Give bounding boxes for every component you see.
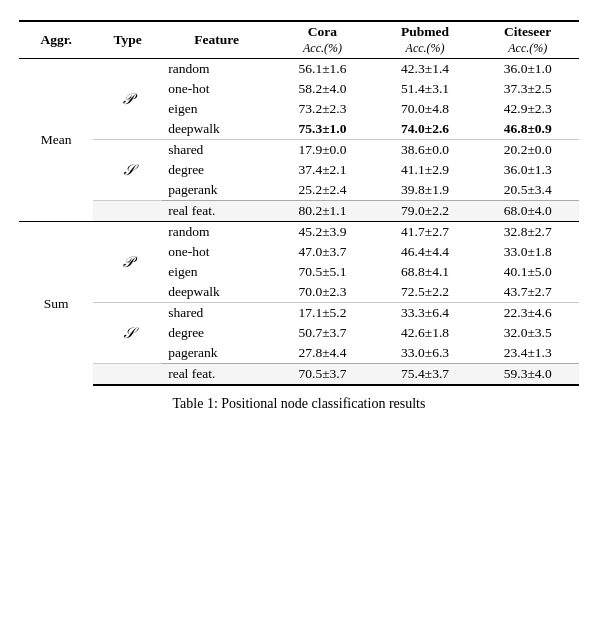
- feature-cell: one-hot: [162, 79, 271, 99]
- feature-cell: pagerank: [162, 343, 271, 364]
- feature-cell: degree: [162, 160, 271, 180]
- feature-cell: real feat.: [162, 364, 271, 386]
- feature-cell: eigen: [162, 262, 271, 282]
- citeseer-cell: 32.8±2.7: [476, 222, 579, 243]
- cora-cell: 47.0±3.7: [271, 242, 374, 262]
- pubmed-cell: 75.4±3.7: [374, 364, 477, 386]
- feature-header: Feature: [162, 21, 271, 59]
- pubmed-cell: 33.0±6.3: [374, 343, 477, 364]
- pubmed-sub-label: Acc.(%): [406, 41, 445, 55]
- pubmed-cell: 68.8±4.1: [374, 262, 477, 282]
- citeseer-cell: 32.0±3.5: [476, 323, 579, 343]
- citeseer-cell: 37.3±2.5: [476, 79, 579, 99]
- pubmed-cell: 42.6±1.8: [374, 323, 477, 343]
- pubmed-cell: 39.8±1.9: [374, 180, 477, 201]
- cora-header: Cora Acc.(%): [271, 21, 374, 59]
- feature-cell: random: [162, 59, 271, 80]
- cora-cell: 75.3±1.0: [271, 119, 374, 140]
- pubmed-cell: 38.6±0.0: [374, 140, 477, 161]
- feature-cell: pagerank: [162, 180, 271, 201]
- feature-cell: eigen: [162, 99, 271, 119]
- citeseer-sub-label: Acc.(%): [508, 41, 547, 55]
- results-table: Aggr. Type Feature Cora Acc.(%) Pubmed A…: [19, 20, 579, 386]
- citeseer-cell: 46.8±0.9: [476, 119, 579, 140]
- type-cell: 𝒮: [93, 140, 162, 201]
- table-container: Aggr. Type Feature Cora Acc.(%) Pubmed A…: [19, 20, 579, 412]
- cora-label: Cora: [308, 24, 337, 39]
- cora-cell: 70.5±5.1: [271, 262, 374, 282]
- aggr-header: Aggr.: [19, 21, 93, 59]
- citeseer-label: Citeseer: [504, 24, 551, 39]
- citeseer-cell: 36.0±1.0: [476, 59, 579, 80]
- feature-cell: deepwalk: [162, 119, 271, 140]
- type-cell: [93, 364, 162, 386]
- pubmed-cell: 41.1±2.9: [374, 160, 477, 180]
- feature-cell: deepwalk: [162, 282, 271, 303]
- pubmed-cell: 70.0±4.8: [374, 99, 477, 119]
- citeseer-header: Citeseer Acc.(%): [476, 21, 579, 59]
- feature-cell: one-hot: [162, 242, 271, 262]
- pubmed-cell: 72.5±2.2: [374, 282, 477, 303]
- cora-cell: 27.8±4.4: [271, 343, 374, 364]
- citeseer-cell: 42.9±2.3: [476, 99, 579, 119]
- type-cell: 𝒫: [93, 59, 162, 140]
- cora-cell: 58.2±4.0: [271, 79, 374, 99]
- cora-sub-label: Acc.(%): [303, 41, 342, 55]
- feature-cell: shared: [162, 140, 271, 161]
- pubmed-cell: 51.4±3.1: [374, 79, 477, 99]
- citeseer-cell: 43.7±2.7: [476, 282, 579, 303]
- type-cell: [93, 201, 162, 222]
- pubmed-cell: 46.4±4.4: [374, 242, 477, 262]
- citeseer-cell: 20.5±3.4: [476, 180, 579, 201]
- pubmed-cell: 41.7±2.7: [374, 222, 477, 243]
- feature-cell: random: [162, 222, 271, 243]
- cora-cell: 80.2±1.1: [271, 201, 374, 222]
- cora-cell: 50.7±3.7: [271, 323, 374, 343]
- citeseer-cell: 40.1±5.0: [476, 262, 579, 282]
- pubmed-cell: 42.3±1.4: [374, 59, 477, 80]
- type-cell: 𝒮: [93, 303, 162, 364]
- pubmed-cell: 79.0±2.2: [374, 201, 477, 222]
- citeseer-cell: 22.3±4.6: [476, 303, 579, 324]
- aggr-cell: Sum: [19, 222, 93, 386]
- feature-cell: shared: [162, 303, 271, 324]
- feature-cell: degree: [162, 323, 271, 343]
- pubmed-label: Pubmed: [401, 24, 449, 39]
- type-cell: 𝒫: [93, 222, 162, 303]
- type-header: Type: [93, 21, 162, 59]
- pubmed-cell: 74.0±2.6: [374, 119, 477, 140]
- citeseer-cell: 33.0±1.8: [476, 242, 579, 262]
- cora-cell: 37.4±2.1: [271, 160, 374, 180]
- cora-cell: 45.2±3.9: [271, 222, 374, 243]
- cora-cell: 73.2±2.3: [271, 99, 374, 119]
- feature-cell: real feat.: [162, 201, 271, 222]
- citeseer-cell: 59.3±4.0: [476, 364, 579, 386]
- citeseer-cell: 36.0±1.3: [476, 160, 579, 180]
- cora-cell: 56.1±1.6: [271, 59, 374, 80]
- cora-cell: 17.9±0.0: [271, 140, 374, 161]
- pubmed-cell: 33.3±6.4: [374, 303, 477, 324]
- table-caption: Table 1: Positional node classification …: [19, 396, 579, 412]
- aggr-cell: Mean: [19, 59, 93, 222]
- citeseer-cell: 20.2±0.0: [476, 140, 579, 161]
- pubmed-header: Pubmed Acc.(%): [374, 21, 477, 59]
- citeseer-cell: 68.0±4.0: [476, 201, 579, 222]
- cora-cell: 17.1±5.2: [271, 303, 374, 324]
- cora-cell: 25.2±2.4: [271, 180, 374, 201]
- cora-cell: 70.0±2.3: [271, 282, 374, 303]
- cora-cell: 70.5±3.7: [271, 364, 374, 386]
- citeseer-cell: 23.4±1.3: [476, 343, 579, 364]
